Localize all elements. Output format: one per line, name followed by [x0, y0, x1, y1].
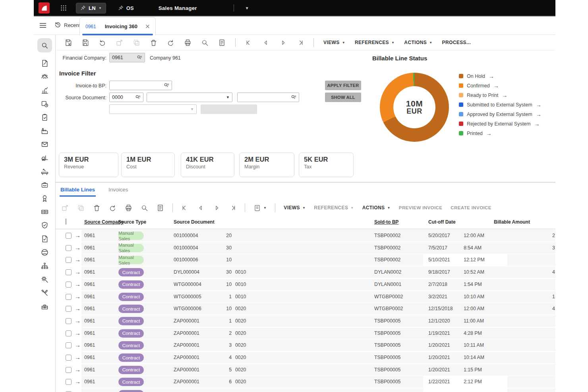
column-header-sold-to-bp[interactable]: Sold-to BP: [374, 219, 398, 225]
audit-icon[interactable]: [157, 204, 164, 212]
gear-wrench-icon[interactable]: [41, 275, 49, 284]
kpi-card-revenue[interactable]: 3M EURRevenue: [59, 153, 118, 177]
open-row-arrow-icon[interactable]: →: [75, 256, 81, 263]
print-icon[interactable]: [125, 204, 132, 212]
row-checkbox[interactable]: [66, 245, 72, 251]
financial-company-field[interactable]: 0961: [109, 53, 145, 62]
tab-billable-lines[interactable]: Billable Lines: [60, 185, 96, 197]
drill-arrow-icon[interactable]: →: [536, 102, 542, 108]
table-row[interactable]: →0961Manual Sales00100000430TSBP000027/5…: [56, 242, 555, 254]
open-row-arrow-icon[interactable]: →: [75, 378, 81, 385]
row-checkbox[interactable]: [66, 233, 72, 239]
table-row[interactable]: →0961ContractZAP00000120020TSBP000051/19…: [56, 328, 555, 340]
nav-prev-icon[interactable]: [197, 204, 205, 212]
save-exit-icon[interactable]: [64, 39, 72, 46]
kpi-card-margin[interactable]: 2M EURMargin: [239, 153, 294, 177]
open-row-arrow-icon[interactable]: →: [75, 366, 81, 373]
row-checkbox[interactable]: [66, 342, 72, 348]
open-row-arrow-icon[interactable]: →: [75, 317, 81, 324]
kpi-card-cost[interactable]: 1M EURCost: [121, 153, 175, 177]
invoice-to-bp-field[interactable]: [109, 81, 172, 90]
envelope-icon[interactable]: [41, 140, 49, 149]
table-row[interactable]: →0961ContractZAP00000110020TSBP0000512/1…: [56, 315, 555, 327]
search-icon[interactable]: [201, 39, 209, 46]
table-row[interactable]: →0961ContractZAP00000130020TSBP000051/20…: [56, 340, 555, 351]
globe-icon[interactable]: [41, 248, 49, 257]
open-row-arrow-icon[interactable]: →: [75, 244, 81, 251]
select-all-checkbox[interactable]: [66, 218, 66, 225]
clipboard-check-icon[interactable]: [41, 113, 49, 122]
drill-arrow-icon[interactable]: →: [486, 130, 492, 137]
open-row-arrow-icon[interactable]: →: [75, 293, 81, 300]
lookup-icon[interactable]: [291, 95, 296, 100]
open-row-arrow-icon[interactable]: →: [75, 232, 81, 239]
table-row[interactable]: →0961Manual Sales00100000420TSBP000025/2…: [56, 230, 555, 242]
chevron-down-icon[interactable]: ▼: [245, 6, 249, 10]
drill-arrow-icon[interactable]: →: [502, 92, 507, 98]
row-checkbox[interactable]: [66, 269, 72, 275]
table-row[interactable]: →0961ContractWTG00000510010WTGBP00023/2/…: [56, 291, 555, 303]
nav-last-icon[interactable]: [229, 204, 236, 212]
menu-references[interactable]: REFERENCES▼: [355, 40, 395, 45]
show-all-button[interactable]: SHOW ALL: [325, 93, 361, 102]
open-row-arrow-icon[interactable]: →: [75, 281, 81, 288]
print-icon[interactable]: [184, 39, 191, 46]
os-shortcut[interactable]: OS: [118, 5, 134, 11]
table-row[interactable]: →0961ContractZAP00000150020TSBP000051/20…: [56, 364, 555, 376]
table-row[interactable]: →0961ContractZAP00000160020TSBP000051/22…: [56, 376, 555, 388]
kpi-card-discount[interactable]: 41K EURDiscount: [181, 153, 234, 177]
tab-invoicing-360[interactable]: 0961 Invoicing 360: [79, 17, 156, 35]
toolbox-icon[interactable]: [41, 302, 49, 311]
hierarchy-icon[interactable]: [41, 262, 49, 270]
close-icon[interactable]: [145, 23, 151, 29]
table-row[interactable]: →0961ContractZAP00000170020TSBP000051/22…: [56, 388, 555, 392]
menu-process-[interactable]: PROCESS...: [442, 40, 471, 45]
nav-next-icon[interactable]: [213, 204, 220, 212]
menu-references[interactable]: REFERENCES▼: [314, 205, 354, 210]
refresh-icon[interactable]: [167, 39, 174, 46]
apply-filter-button[interactable]: APPLY FILTER: [325, 81, 361, 90]
nav-first-icon[interactable]: [245, 39, 253, 46]
row-checkbox[interactable]: [66, 355, 72, 361]
award-icon[interactable]: [41, 194, 49, 203]
nav-prev-icon[interactable]: [262, 39, 270, 46]
source-document-company-field[interactable]: 0000: [109, 93, 143, 102]
people-icon[interactable]: [41, 73, 49, 81]
open-row-arrow-icon[interactable]: →: [75, 268, 81, 275]
chart-check-icon[interactable]: [41, 86, 49, 95]
package-clock-icon[interactable]: [41, 100, 49, 108]
row-checkbox[interactable]: [66, 379, 72, 385]
table-row[interactable]: →0961Manual Sales00100000610TSBP000025/1…: [56, 254, 555, 266]
document-check-icon[interactable]: [41, 235, 49, 243]
search-icon[interactable]: [37, 38, 52, 52]
source-document-number-field[interactable]: [237, 93, 299, 102]
money-icon[interactable]: [41, 208, 49, 216]
row-checkbox[interactable]: [66, 318, 72, 324]
menu-actions[interactable]: ACTIONS▼: [404, 40, 432, 45]
lookup-icon[interactable]: [164, 83, 169, 88]
infor-logo-icon[interactable]: [39, 2, 50, 14]
search-icon[interactable]: [141, 204, 148, 212]
row-checkbox[interactable]: [66, 330, 72, 336]
menu-views[interactable]: VIEWS▼: [323, 40, 345, 45]
create-invoice-button[interactable]: CREATE INVOICE: [451, 205, 491, 210]
lookup-icon[interactable]: [137, 55, 142, 60]
menu-actions[interactable]: ACTIONS▼: [362, 205, 391, 210]
recent-button[interactable]: Recent: [54, 21, 80, 29]
drill-arrow-icon[interactable]: →: [534, 121, 540, 127]
menu-icon[interactable]: [39, 21, 47, 31]
app-grid-icon[interactable]: [60, 4, 67, 12]
delete-icon[interactable]: [93, 204, 101, 212]
column-header-source-company[interactable]: Source Company: [84, 219, 124, 225]
tools-icon[interactable]: [41, 289, 49, 297]
refresh-icon[interactable]: [109, 204, 116, 212]
hold-release-dropdown[interactable]: ▼: [253, 204, 267, 212]
row-checkbox[interactable]: [66, 282, 72, 288]
drill-arrow-icon[interactable]: →: [489, 73, 494, 79]
save-icon[interactable]: [81, 39, 89, 46]
open-row-arrow-icon[interactable]: →: [75, 305, 81, 312]
drill-arrow-icon[interactable]: →: [493, 83, 499, 89]
kpi-card-tax[interactable]: 5K EURTax: [299, 153, 354, 177]
forklift-icon[interactable]: [41, 154, 49, 162]
document-edit-icon[interactable]: [41, 59, 49, 68]
